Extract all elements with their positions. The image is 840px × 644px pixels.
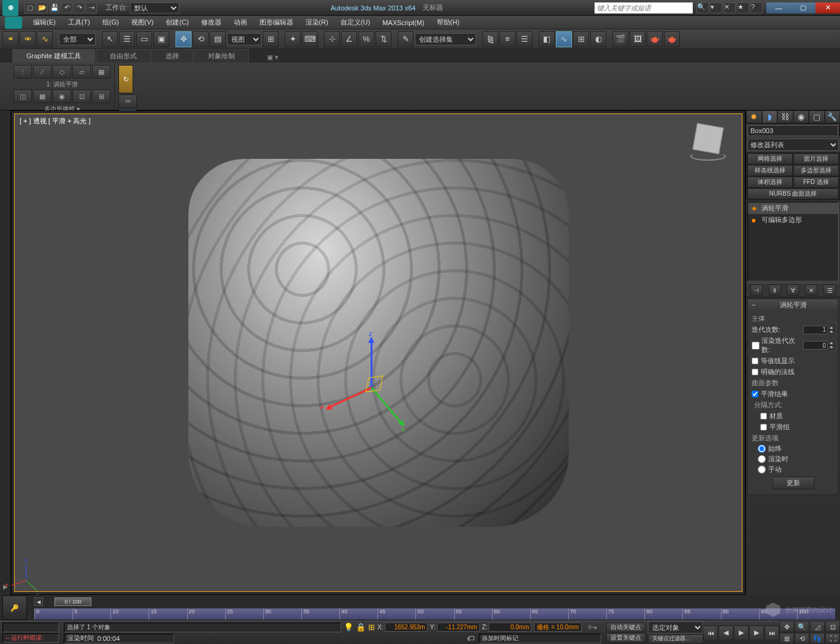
modifier-editable-poly[interactable]: ■可编辑多边形: [748, 214, 838, 226]
menu-customize[interactable]: 自定义(U): [334, 17, 376, 28]
time-slider-thumb[interactable]: 0 / 100: [55, 597, 91, 606]
zoom-extents-icon[interactable]: ⊡: [825, 621, 840, 632]
coord-z-input[interactable]: [488, 623, 531, 632]
mesh-select-button[interactable]: 网格选择: [747, 153, 793, 164]
signin-icon[interactable]: ▾: [710, 2, 722, 13]
viewport-label[interactable]: [ + ] 透视 [ 平滑 + 高光 ]: [20, 117, 91, 126]
orbit-icon[interactable]: ⟲: [795, 633, 809, 644]
constraint-icon[interactable]: ⊡: [72, 90, 91, 103]
expand-icon[interactable]: ■: [752, 217, 759, 224]
smooth-result-checkbox[interactable]: [752, 391, 758, 397]
by-material-checkbox[interactable]: [760, 413, 767, 420]
select-scale-icon[interactable]: ▤: [210, 31, 226, 47]
link-icon[interactable]: ⇢: [86, 2, 97, 13]
curve-editor-icon[interactable]: ∿: [556, 31, 572, 47]
layers-icon[interactable]: ☰: [517, 31, 533, 47]
next-frame-icon[interactable]: ▶: [749, 626, 764, 640]
render-iters-checkbox[interactable]: [752, 342, 760, 350]
display-tab-icon[interactable]: ▢: [809, 110, 825, 123]
configure-sets-icon[interactable]: ☰: [823, 285, 836, 296]
zoom-all-icon[interactable]: ⊞: [779, 633, 794, 644]
preview-toggle-icon[interactable]: ◫: [13, 90, 32, 103]
nurbs-select-button[interactable]: NURBS 曲面选择: [747, 188, 839, 199]
new-icon[interactable]: ▢: [25, 2, 36, 13]
time-ruler[interactable]: 0510152025303540455055606570758085909510…: [34, 608, 835, 619]
ffd-select-button[interactable]: FFD 选择: [793, 177, 839, 188]
zoom-icon[interactable]: 🔍: [795, 621, 809, 632]
rollout-header[interactable]: −涡轮平滑: [748, 299, 838, 310]
prev-frame-icon[interactable]: ◀: [719, 626, 733, 640]
schematic-view-icon[interactable]: ⊞: [573, 31, 589, 47]
menu-tools[interactable]: 工具(T): [62, 17, 96, 28]
coord-y-input[interactable]: [437, 623, 480, 632]
iterations-spinner[interactable]: ▲▼: [803, 326, 834, 334]
select-object-icon[interactable]: ↖: [102, 31, 118, 47]
select-link-icon[interactable]: ⚭: [2, 31, 18, 47]
graphite-toggle-icon[interactable]: ◧: [539, 31, 555, 47]
maximize-button[interactable]: ▢: [791, 2, 815, 13]
ribbon-preset-label[interactable]: 1: 涡轮平滑: [13, 80, 110, 90]
use-center-icon[interactable]: ⊞: [263, 31, 279, 47]
repeat-last-icon[interactable]: ↻: [118, 65, 133, 93]
render-production-icon[interactable]: 🫖: [647, 31, 663, 47]
modifier-stack[interactable]: ◈涡轮平滑 ■可编辑多边形: [747, 202, 839, 282]
subobj-vertex-icon[interactable]: ⋮: [13, 65, 32, 79]
isoline-checkbox[interactable]: [752, 358, 758, 364]
subobj-border-icon[interactable]: ◇: [53, 65, 71, 79]
spinner-down-icon[interactable]: ▼: [828, 330, 834, 334]
scene-object-box003[interactable]: [188, 159, 569, 527]
app-logo-button[interactable]: [5, 17, 22, 29]
time-tag-field[interactable]: 添加时间标记: [479, 634, 601, 643]
motion-tab-icon[interactable]: ◉: [793, 110, 809, 123]
key-filter-dropdown[interactable]: 选定对象: [648, 621, 703, 634]
fov-icon[interactable]: ◿: [810, 621, 825, 632]
remove-mod-icon[interactable]: ✕: [805, 285, 817, 296]
lock-selection-icon[interactable]: 🔒: [356, 623, 366, 632]
update-button[interactable]: 更新: [773, 477, 814, 489]
auto-key-button[interactable]: 自动关键点: [606, 623, 645, 632]
subobj-polygon-icon[interactable]: ▱: [72, 65, 91, 79]
ribbon-tab-object-paint[interactable]: 对象绘制: [194, 49, 249, 63]
ref-coord-dropdown[interactable]: 视图: [227, 33, 261, 45]
ribbon-tab-freeform[interactable]: 自由形式: [96, 49, 151, 63]
save-icon[interactable]: 💾: [49, 2, 60, 13]
snap-percent-icon[interactable]: %: [358, 31, 374, 47]
viewcube[interactable]: [687, 120, 730, 163]
toggle-cage-icon[interactable]: ▦: [33, 90, 52, 103]
menu-graph-editors[interactable]: 图形编辑器: [253, 17, 299, 28]
time-tag-icon[interactable]: 🏷: [467, 634, 474, 643]
maxscript-mini-listener[interactable]: [2, 623, 59, 632]
set-key-big-button[interactable]: 🔑: [2, 596, 27, 620]
keyboard-shortcut-icon[interactable]: ⌨: [302, 31, 318, 47]
viewcube-ring-icon[interactable]: [690, 152, 726, 161]
menu-help[interactable]: 帮助(H): [431, 17, 466, 28]
maximize-viewport-icon[interactable]: ⛶: [825, 633, 840, 644]
mirror-icon[interactable]: ⧎: [482, 31, 498, 47]
select-rotate-icon[interactable]: ⟲: [193, 31, 209, 47]
help-search-input[interactable]: [595, 2, 693, 13]
walk-icon[interactable]: 👣: [810, 633, 825, 644]
menu-rendering[interactable]: 渲染(R): [299, 17, 334, 28]
time-slider-track[interactable]: 0 / 100: [54, 597, 55, 607]
coord-display-icon[interactable]: ⊞: [368, 623, 375, 632]
redo-icon[interactable]: ↷: [74, 2, 85, 13]
pan-icon[interactable]: ✥: [779, 621, 794, 632]
menu-modifiers[interactable]: 修改器: [195, 17, 228, 28]
render-frame-icon[interactable]: 🖼: [630, 31, 645, 47]
show-end-result-icon[interactable]: Ⅱ: [769, 285, 781, 296]
select-move-icon[interactable]: ✥: [175, 31, 191, 47]
poly-select-button[interactable]: 多边形选择: [793, 165, 839, 176]
snap-angle-icon[interactable]: ∠: [341, 31, 357, 47]
update-always-radio[interactable]: [758, 445, 766, 453]
subobj-element-icon[interactable]: ▦: [92, 65, 110, 79]
window-crossing-icon[interactable]: ▣: [153, 31, 169, 47]
app-menu-button[interactable]: ⊛: [2, 0, 18, 16]
use-softsel-icon[interactable]: ◉: [53, 90, 71, 103]
make-unique-icon[interactable]: ∀: [787, 285, 799, 296]
quickslice-icon[interactable]: ✂: [118, 94, 137, 108]
exchange-icon[interactable]: ✕: [723, 2, 736, 13]
object-name-input[interactable]: [747, 125, 838, 136]
select-manipulate-icon[interactable]: ✦: [285, 31, 301, 47]
select-region-rect-icon[interactable]: ▭: [136, 31, 152, 47]
snap-2d-icon[interactable]: ⊹: [324, 31, 340, 47]
